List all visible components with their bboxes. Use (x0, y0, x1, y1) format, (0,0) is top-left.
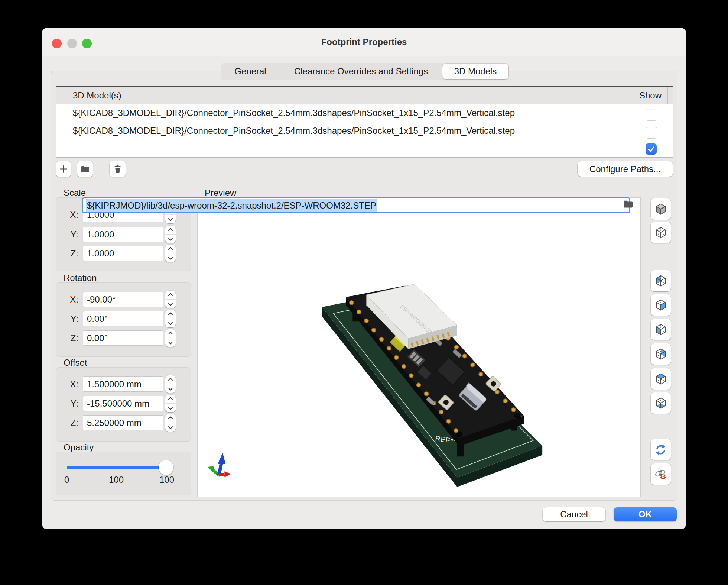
header-divider (667, 87, 668, 104)
scale-y-label: Y: (57, 229, 78, 240)
offset-y-stepper[interactable] (165, 395, 176, 412)
close-window-button[interactable] (52, 39, 62, 48)
checkmark-icon (646, 144, 656, 154)
offset-z-label: Z: (57, 418, 78, 428)
show-checkbox-row-3-checked[interactable] (646, 143, 657, 155)
opacity-section-label: Opacity (64, 442, 94, 453)
offset-y-label: Y: (57, 398, 78, 409)
stepper-up-icon (168, 247, 173, 250)
view-right-button[interactable] (651, 294, 671, 316)
offset-z-input[interactable]: 5.250000 mm (83, 415, 163, 430)
stepper-up-icon (168, 397, 173, 400)
rotation-y-label: Y: (57, 314, 78, 324)
scale-z-input[interactable]: 1.0000 (83, 246, 163, 261)
browse-3d-model-button[interactable] (77, 161, 93, 177)
offset-x-stepper[interactable] (165, 375, 176, 393)
cube-back-face-icon (654, 348, 667, 361)
rotation-x-stepper[interactable] (165, 291, 176, 308)
rotation-x-label: X: (57, 294, 78, 305)
stepper-down-icon (168, 342, 173, 345)
stepper-down-icon (168, 407, 173, 410)
rotation-y-input[interactable]: 0.00° (83, 311, 163, 326)
configure-paths-button[interactable]: Configure Paths... (578, 161, 673, 177)
stepper-down-icon (168, 218, 173, 221)
solid-cube-icon (654, 203, 667, 216)
row-label-column-divider (71, 104, 71, 156)
refresh-icon (654, 443, 667, 456)
stepper-up-icon (168, 378, 173, 381)
title-bar: Footprint Properties (42, 28, 686, 56)
offset-z-stepper[interactable] (165, 414, 176, 432)
cube-left-face-icon (654, 274, 667, 288)
plus-icon (58, 164, 69, 174)
stepper-down-icon (168, 303, 173, 306)
zoom-window-button[interactable] (82, 39, 92, 48)
rotation-z-input[interactable]: 0.00° (83, 330, 163, 346)
folder-icon (622, 198, 634, 210)
column-header-show[interactable]: Show (633, 87, 667, 104)
add-3d-model-button[interactable] (56, 161, 71, 177)
cancel-button[interactable]: Cancel (543, 507, 605, 521)
view-left-button[interactable] (651, 270, 671, 291)
delete-3d-model-button[interactable] (110, 161, 126, 177)
opacity-slider-track[interactable] (67, 466, 171, 469)
scale-y-stepper[interactable] (165, 226, 176, 243)
desktop-background: Footprint Properties General Clearance O… (0, 0, 728, 585)
render-settings-button[interactable]: ⚙ (651, 463, 671, 485)
rotation-z-stepper[interactable] (165, 329, 176, 347)
stepper-up-icon (168, 416, 173, 419)
tab-clearance-overrides[interactable]: Clearance Overrides and Settings (280, 63, 442, 80)
3d-preview-canvas[interactable]: REF** (198, 198, 640, 497)
selected-path-text: ${KIPRJMOD}/lib/3d/esp-wroom-32-2.snapsh… (86, 199, 377, 212)
opacity-value-label: 100 (158, 475, 176, 485)
minimize-window-button[interactable] (67, 39, 77, 48)
scale-x-label: X: (57, 210, 78, 220)
opacity-group (56, 452, 191, 495)
scale-y-input[interactable]: 1.0000 (83, 227, 163, 242)
footprint-properties-dialog: Footprint Properties General Clearance O… (42, 28, 686, 529)
stepper-down-icon (168, 322, 173, 325)
ok-button[interactable]: OK (614, 507, 677, 521)
view-front-button[interactable] (651, 319, 671, 340)
offset-section-label: Offset (64, 358, 87, 368)
stepper-up-icon (168, 312, 173, 315)
tab-3d-models[interactable]: 3D Models (442, 64, 508, 79)
rotation-x-input[interactable]: -90.00° (83, 292, 163, 307)
stepper-down-icon (168, 388, 173, 391)
stepper-up-icon (168, 332, 173, 334)
offset-y-input[interactable]: -15.500000 mm (83, 396, 163, 411)
header-divider (71, 87, 71, 104)
trash-icon (113, 164, 123, 174)
3d-models-table: 3D Model(s) Show ${KICAD8_3DMODEL_DIR}/C… (56, 86, 673, 158)
preview-section-label: Preview (205, 188, 236, 198)
offset-x-label: X: (57, 379, 78, 390)
reload-model-button[interactable] (651, 439, 671, 460)
perspective-projection-button[interactable] (651, 222, 671, 243)
view-top-button[interactable] (651, 368, 671, 390)
model-path-cell[interactable]: ${KICAD8_3DMODEL_DIR}/Connector_PinSocke… (73, 108, 515, 118)
show-checkbox-row-1[interactable] (646, 109, 657, 121)
axis-orientation-gizmo (207, 453, 231, 477)
browse-folder-icon[interactable] (622, 198, 634, 211)
svg-text:⚙: ⚙ (660, 473, 666, 481)
stepper-up-icon (168, 293, 173, 296)
view-bottom-button[interactable] (651, 392, 671, 414)
show-checkbox-row-2[interactable] (646, 127, 657, 139)
scale-z-label: Z: (57, 248, 78, 259)
scale-z-stepper[interactable] (165, 245, 176, 262)
wireframe-cube-icon (654, 226, 667, 239)
model-path-cell[interactable]: ${KICAD8_3DMODEL_DIR}/Connector_PinSocke… (73, 126, 515, 136)
stepper-up-icon (168, 228, 173, 231)
view-back-button[interactable] (651, 343, 671, 365)
opacity-slider-thumb[interactable] (159, 460, 173, 475)
rotation-section-label: Rotation (64, 273, 97, 283)
table-header-row: 3D Model(s) Show (56, 87, 673, 104)
rotation-y-stepper[interactable] (165, 310, 176, 327)
offset-x-input[interactable]: 1.500000 mm (83, 376, 163, 392)
cube-right-face-icon (654, 298, 667, 312)
tab-general[interactable]: General (221, 63, 280, 80)
orthographic-projection-button[interactable] (651, 198, 671, 220)
opacity-mid-label: 100 (107, 475, 125, 485)
column-header-3d-models[interactable]: 3D Model(s) (73, 87, 121, 104)
model-path-edit-field[interactable]: ${KIPRJMOD}/lib/3d/esp-wroom-32-2.snapsh… (82, 197, 630, 213)
